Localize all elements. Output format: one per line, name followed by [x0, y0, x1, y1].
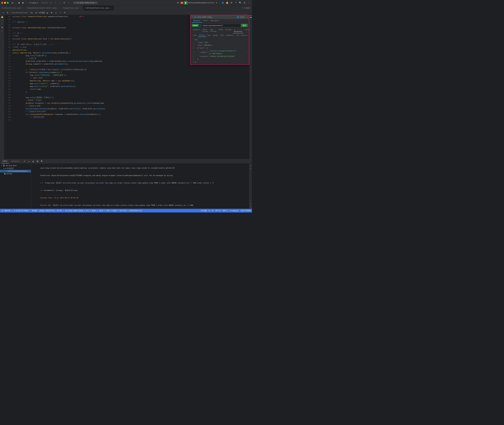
- project-icon[interactable]: 📁: [1, 15, 4, 19]
- stop-icon[interactable]: ■: [27, 159, 31, 163]
- file-tab-wechat[interactable]: J WechatNativeController.java ✕: [25, 6, 61, 10]
- file-tab-wxpayservice[interactable]: J WxPayService.java ✕: [0, 6, 25, 10]
- status-branch[interactable]: master: [5, 210, 11, 212]
- tree-item-running[interactable]: ▶ ▶ 正在运行: [0, 167, 31, 170]
- stop-button[interactable]: ■: [181, 1, 183, 4]
- filter-icon[interactable]: ⌽: [54, 11, 58, 15]
- format-tabs: Json Pretty Raw Image Info Headers ⧉ ⤢ ▲…: [190, 33, 249, 37]
- file-tab-refund[interactable]: J RefundInfoService.java ✕: [83, 6, 114, 10]
- up-arrow-icon[interactable]: ▲: [46, 11, 49, 15]
- tree-item-app[interactable]: ⬡ WxPlayDemoBlogAppli...: [0, 170, 31, 173]
- run-icon[interactable]: ▶: [1, 29, 4, 32]
- close-tab-icon[interactable]: ✕: [57, 7, 59, 9]
- settings-icon2[interactable]: ⚙: [230, 1, 233, 5]
- http-client-selector[interactable]: ⬡ wx-play-demo-blog ▾: [73, 1, 98, 4]
- format-tab-pretty[interactable]: Pretty: [198, 34, 206, 37]
- format-tab-image[interactable]: Image: [212, 34, 219, 37]
- bottom-tab-actuator[interactable]: Actuator: [10, 159, 21, 164]
- http-method-selector[interactable]: POST: [192, 24, 199, 27]
- http-subtab-headers[interactable]: Headers: [192, 28, 201, 33]
- git-menu-button[interactable]: ⎇ master ▾: [28, 1, 39, 4]
- more-console-icon[interactable]: ⋯: [44, 159, 48, 163]
- http-url-input[interactable]: [202, 24, 240, 27]
- notification-icon[interactable]: 🔔: [225, 1, 229, 5]
- refresh-icon[interactable]: ↺: [23, 159, 27, 163]
- expand-icon[interactable]: ▼: [197, 47, 198, 50]
- close-tab-icon[interactable]: ✕: [80, 7, 81, 9]
- close-panel-icon[interactable]: ✕: [63, 11, 67, 15]
- http-main-tabs: Request APIs Navigate: [190, 19, 249, 23]
- forward-icon[interactable]: ▶: [21, 1, 25, 5]
- git-diff-icon[interactable]: ↔: [67, 1, 70, 5]
- http-subtab-script[interactable]: Script: [224, 28, 233, 33]
- breadcrumb-item[interactable]: buildBodyParams: [12, 12, 27, 14]
- git-pull-icon[interactable]: ↓: [58, 1, 62, 5]
- close-tab-icon[interactable]: ✕: [110, 7, 112, 9]
- help-icon[interactable]: ?: [234, 1, 238, 5]
- chevron-down[interactable]: ▼: [245, 34, 246, 36]
- copy-icon[interactable]: ⧉: [237, 34, 238, 36]
- more-icon[interactable]: ⋯: [247, 1, 251, 5]
- scroll-down-icon[interactable]: ▼: [249, 167, 252, 170]
- format-tab-info[interactable]: Info: [219, 34, 225, 37]
- minimize-button[interactable]: [4, 2, 6, 4]
- folder-icon[interactable]: 🗁: [11, 1, 14, 5]
- scroll-up-icon[interactable]: ▲: [249, 164, 252, 167]
- camera-icon[interactable]: 📷: [36, 159, 40, 163]
- bookmark-icon[interactable]: 🔖: [1, 26, 4, 29]
- method-dropdown-icon[interactable]: ▾: [200, 25, 201, 27]
- http-tab-request[interactable]: Request: [192, 19, 202, 23]
- env-selector[interactable]: 🌐 local: [236, 16, 246, 18]
- code-editor[interactable]: 5556575860 6162636566 6768727374 7576777…: [4, 15, 249, 159]
- format-tab-json[interactable]: Json: [192, 34, 198, 37]
- more-tabs-button[interactable]: ⋯ 5个描述 ▾: [241, 6, 252, 10]
- w-button[interactable]: W: [34, 11, 38, 15]
- structure-icon[interactable]: ≋: [1, 22, 4, 26]
- http-subtab-response[interactable]: > Response: [233, 28, 244, 33]
- trash-icon[interactable]: 🗑: [249, 206, 252, 208]
- close-response-icon[interactable]: ✕: [247, 34, 248, 36]
- print-icon[interactable]: 🖨: [249, 203, 252, 205]
- git-label: Git(G):: [42, 2, 49, 4]
- tree-item-docker[interactable]: 🐳 Docker: [0, 173, 31, 175]
- structure-icon[interactable]: ⊕: [6, 11, 9, 15]
- expand-icon[interactable]: ⤢: [239, 34, 240, 36]
- bottom-tab-console[interactable]: 控制台: [1, 159, 9, 164]
- run-icon[interactable]: ▶: [184, 1, 188, 5]
- more-options-icon[interactable]: ⋯: [59, 11, 62, 15]
- close-button[interactable]: [1, 2, 3, 4]
- search-icon[interactable]: 🔍: [238, 1, 242, 5]
- clear-icon[interactable]: 🗑: [31, 159, 35, 163]
- down-arrow-icon[interactable]: ▼: [50, 11, 54, 15]
- http-send-button[interactable]: 送出: [241, 24, 248, 27]
- translate-icon[interactable]: 文: [243, 1, 246, 5]
- maximize-button[interactable]: [7, 2, 9, 4]
- avatar-icon[interactable]: 👤: [221, 1, 225, 5]
- app-dropdown-icon[interactable]: ▾: [215, 1, 218, 5]
- close-panel-icon[interactable]: ✕: [247, 16, 248, 18]
- git-push-icon[interactable]: ↑: [54, 1, 57, 5]
- http-tab-apis[interactable]: APIs: [202, 19, 209, 23]
- tree-item-springboot[interactable]: ▼ 🍃 Spring Boot: [0, 164, 31, 167]
- close-tab-icon[interactable]: ✕: [22, 7, 24, 9]
- file-tab-wxapitype[interactable]: J WxApiType.java ✕: [61, 6, 83, 10]
- wrap-icon[interactable]: ≡: [249, 199, 252, 202]
- git-commit-icon[interactable]: ✓: [49, 1, 53, 5]
- format-tab-headers[interactable]: Headers: [225, 34, 235, 37]
- http-subtab-body[interactable]: Body: [218, 28, 224, 33]
- format-tab-raw[interactable]: Raw: [206, 34, 212, 37]
- http-subtab-url[interactable]: URL Params: [209, 28, 218, 33]
- back-icon[interactable]: ◀: [17, 1, 21, 5]
- settings-icon[interactable]: ⚙: [176, 1, 180, 5]
- expand-icon[interactable]: ▼: [195, 38, 196, 41]
- expand-icon[interactable]: ≡: [1, 11, 5, 15]
- chevron-up[interactable]: ▲: [243, 34, 244, 36]
- search-console-icon[interactable]: 🔍: [40, 159, 44, 163]
- cc-button[interactable]: Cc: [30, 11, 34, 15]
- console-area[interactable]: java.lang.invoke.SerializedLambda.Captur…: [31, 164, 249, 209]
- http-subtab-console[interactable]: Console: [244, 28, 249, 33]
- git-revert-icon[interactable]: ↺: [62, 1, 66, 5]
- http-subtab-path[interactable]: Path Param: [201, 28, 209, 33]
- git-icon[interactable]: ⎇: [1, 19, 4, 22]
- http-tab-navigate[interactable]: Navigate: [209, 19, 221, 23]
